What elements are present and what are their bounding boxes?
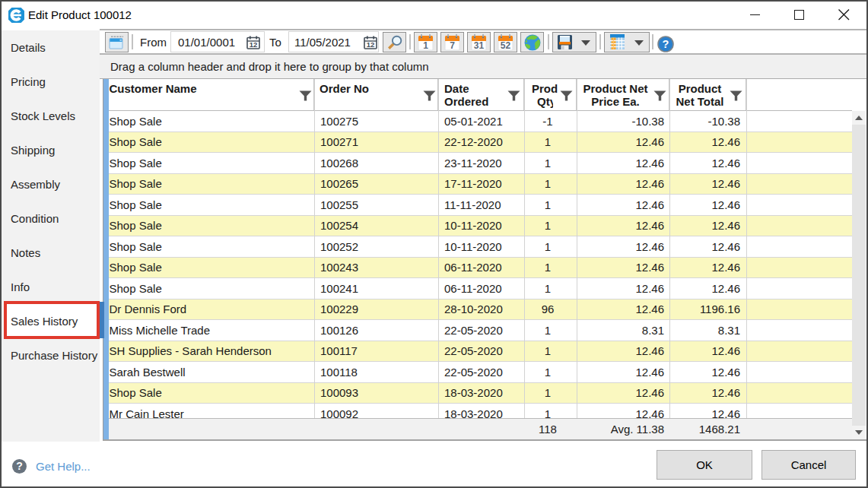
svg-text:7: 7 <box>450 40 455 51</box>
svg-text:?: ? <box>663 38 669 50</box>
svg-text:12: 12 <box>367 40 375 49</box>
svg-text:31: 31 <box>474 40 485 51</box>
svg-text:12: 12 <box>250 40 258 49</box>
svg-text:52: 52 <box>501 40 511 51</box>
svg-text:1: 1 <box>423 40 428 51</box>
